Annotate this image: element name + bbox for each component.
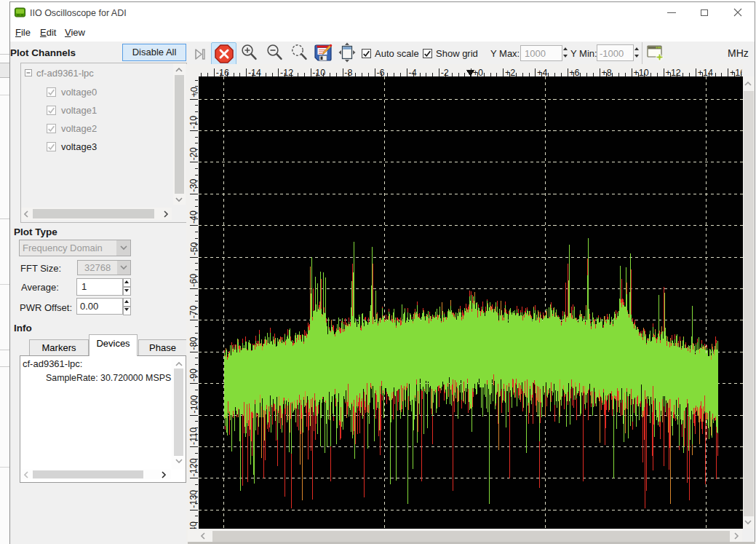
svg-text:-6: -6 (376, 68, 384, 78)
svg-text:-110: -110 (189, 427, 199, 445)
svg-text:-30: -30 (189, 179, 199, 192)
svg-text:-100: -100 (189, 395, 199, 413)
svg-text:+0: +0 (473, 68, 483, 78)
svg-text:-50: -50 (189, 242, 199, 255)
svg-text:+12: +12 (666, 68, 681, 78)
svg-text:-12: -12 (280, 68, 293, 78)
svg-text:-130: -130 (189, 490, 199, 508)
svg-text:-2: -2 (441, 68, 449, 78)
svg-text:-8: -8 (344, 68, 352, 78)
svg-text:-40: -40 (189, 210, 199, 224)
svg-text:-10: -10 (189, 116, 199, 129)
svg-text:-60: -60 (189, 274, 199, 287)
svg-text:-20: -20 (189, 147, 199, 160)
svg-text:-90: -90 (189, 368, 199, 382)
svg-text:-70: -70 (189, 305, 199, 318)
svg-text:+14: +14 (698, 68, 713, 78)
svg-text:+4: +4 (537, 68, 547, 78)
svg-text:+8: +8 (601, 68, 611, 78)
svg-text:-120: -120 (189, 458, 199, 476)
svg-text:-16: -16 (216, 68, 229, 78)
svg-text:+0: +0 (189, 87, 199, 97)
svg-text:-80: -80 (189, 337, 199, 350)
svg-text:+2: +2 (505, 68, 515, 78)
svg-text:-10: -10 (312, 68, 325, 78)
svg-text:+6: +6 (569, 68, 579, 78)
svg-text:-4: -4 (409, 68, 417, 78)
svg-text:+16: +16 (730, 68, 743, 78)
svg-text:+10: +10 (634, 68, 649, 78)
svg-text:-14: -14 (248, 68, 261, 78)
